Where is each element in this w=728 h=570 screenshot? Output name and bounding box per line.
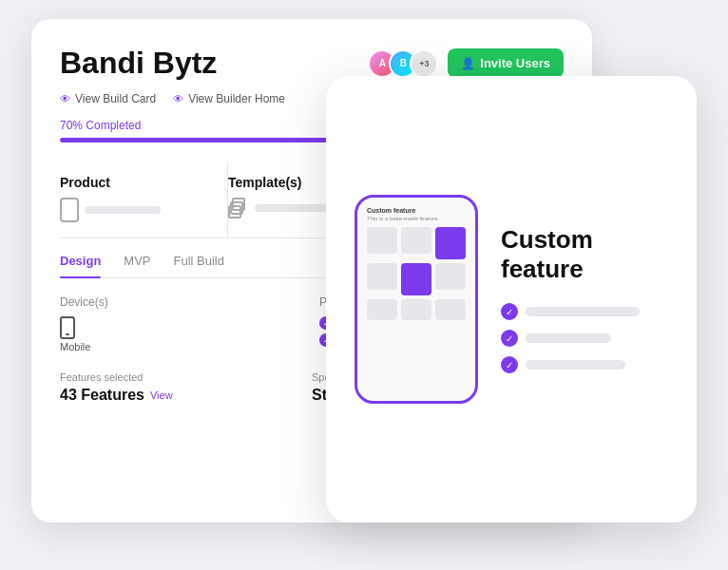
project-title: Bandi Bytz — [60, 46, 217, 81]
sub-tab-design[interactable]: Design — [60, 254, 101, 277]
check-circle-icon-2: ✓ — [501, 330, 518, 347]
eye-icon: 👁 — [173, 93, 183, 104]
templates-tab-label: Template(s) — [228, 175, 302, 190]
features-section: Features selected 43 Features View — [60, 371, 312, 404]
phone-mockup: Custom feature This is a bake-made featu… — [354, 195, 478, 404]
view-build-card-link[interactable]: 👁 View Build Card — [60, 92, 156, 105]
invite-button-label: Invite Users — [480, 56, 550, 70]
phone-grid — [367, 227, 466, 295]
layers-icon — [228, 198, 249, 218]
phone-icon — [60, 198, 79, 222]
phone-cell-sm-1 — [367, 299, 397, 320]
scene: Bandi Bytz A B +3 👤 Invite Users 👁 View … — [31, 19, 697, 551]
design-tab-label: Design — [60, 254, 101, 268]
phone-cell-1 — [367, 227, 397, 254]
features-view-link[interactable]: View — [150, 390, 173, 401]
phone-cell-purple-1 — [435, 227, 466, 259]
user-plus-icon: 👤 — [461, 57, 475, 70]
product-tab-bar — [85, 206, 161, 214]
devices-section: Device(s) Mobile — [60, 295, 304, 352]
avatar-group: A B +3 — [368, 49, 438, 78]
checklist-bar-2 — [526, 333, 611, 343]
custom-feature-heading: Custom feature — [501, 225, 668, 284]
layer-3 — [228, 205, 241, 218]
checklist-bar-1 — [526, 307, 640, 316]
templates-tab-bar — [255, 204, 331, 212]
view-builder-home-label: View Builder Home — [188, 92, 285, 105]
view-builder-home-link[interactable]: 👁 View Builder Home — [173, 92, 285, 105]
phone-mockup-subtitle: This is a bake-made feature. — [367, 216, 466, 221]
devices-label: Device(s) — [60, 295, 304, 309]
info-tab-product[interactable]: Product — [60, 163, 228, 238]
features-count: 43 Features — [60, 387, 144, 404]
phone-cell-3 — [367, 263, 397, 290]
mvp-tab-label: MVP — [124, 254, 150, 268]
device-name: Mobile — [60, 341, 304, 352]
checklist-bar-3 — [526, 360, 625, 370]
avatar-overflow-count: +3 — [410, 49, 438, 78]
sub-tab-mvp[interactable]: MVP — [124, 254, 150, 277]
mobile-device-icon — [60, 316, 75, 339]
checklist-item-3: ✓ — [501, 356, 668, 373]
phone-cell-4 — [435, 263, 466, 290]
phone-cell-purple-2 — [401, 263, 431, 295]
phone-bottom-row — [367, 299, 466, 320]
phone-mockup-title: Custom feature — [367, 207, 466, 214]
checklist-item-1: ✓ — [501, 303, 668, 320]
check-circle-icon-3: ✓ — [501, 356, 518, 373]
features-label: Features selected — [60, 371, 312, 383]
phone-cell-sm-3 — [435, 299, 466, 320]
product-tab-label: Product — [60, 175, 110, 190]
feature-checklist: ✓ ✓ ✓ — [501, 303, 668, 373]
features-value-row: 43 Features View — [60, 387, 312, 404]
check-circle-icon-1: ✓ — [501, 303, 518, 320]
custom-feature-text-section: Custom feature ✓ ✓ ✓ — [501, 225, 668, 373]
header-right: A B +3 👤 Invite Users — [368, 48, 564, 78]
sub-tab-full-build[interactable]: Full Build — [174, 254, 224, 277]
invite-users-button[interactable]: 👤 Invite Users — [448, 48, 564, 78]
full-build-tab-label: Full Build — [174, 254, 224, 268]
phone-cell-2 — [401, 227, 431, 254]
eye-icon: 👁 — [60, 93, 70, 104]
checklist-item-2: ✓ — [501, 330, 668, 347]
custom-feature-card: Custom feature This is a bake-made featu… — [326, 76, 697, 522]
phone-cell-sm-2 — [401, 299, 431, 320]
view-build-card-label: View Build Card — [75, 92, 156, 105]
product-tab-icon-row — [60, 198, 227, 222]
